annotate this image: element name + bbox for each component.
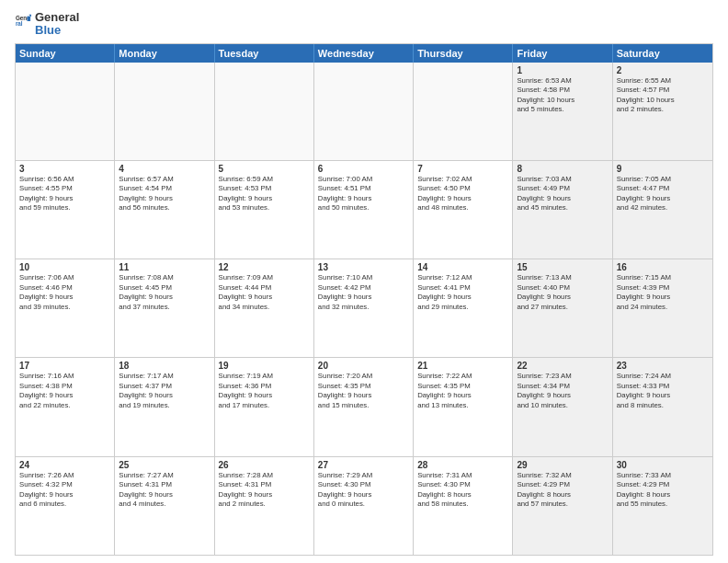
day-number: 4 (119, 164, 210, 174)
day-detail: Sunrise: 7:22 AM Sunset: 4:35 PM Dayligh… (417, 372, 508, 410)
calendar-cell-0-5: 1Sunrise: 6:53 AM Sunset: 4:58 PM Daylig… (513, 63, 612, 160)
logo-icon: Gene ral (15, 13, 31, 29)
day-number: 10 (19, 262, 110, 272)
calendar-row-2: 10Sunrise: 7:06 AM Sunset: 4:46 PM Dayli… (16, 259, 712, 358)
day-number: 11 (119, 262, 210, 272)
header-day-sunday: Sunday (16, 44, 115, 63)
day-detail: Sunrise: 7:32 AM Sunset: 4:29 PM Dayligh… (517, 471, 608, 510)
day-detail: Sunrise: 7:29 AM Sunset: 4:30 PM Dayligh… (318, 471, 409, 510)
calendar-row-0: 1Sunrise: 6:53 AM Sunset: 4:58 PM Daylig… (16, 63, 712, 161)
day-number: 9 (617, 164, 709, 174)
calendar-row-4: 24Sunrise: 7:26 AM Sunset: 4:32 PM Dayli… (16, 457, 712, 555)
header-day-tuesday: Tuesday (215, 44, 314, 63)
header-day-friday: Friday (513, 44, 612, 63)
day-number: 29 (517, 460, 608, 470)
day-detail: Sunrise: 7:27 AM Sunset: 4:31 PM Dayligh… (119, 471, 210, 510)
day-detail: Sunrise: 7:19 AM Sunset: 4:36 PM Dayligh… (219, 372, 310, 410)
calendar-cell-0-0 (16, 63, 115, 160)
calendar-row-3: 17Sunrise: 7:16 AM Sunset: 4:38 PM Dayli… (16, 358, 712, 456)
calendar-cell-3-4: 21Sunrise: 7:22 AM Sunset: 4:35 PM Dayli… (414, 358, 513, 455)
calendar-cell-3-0: 17Sunrise: 7:16 AM Sunset: 4:38 PM Dayli… (16, 358, 115, 455)
calendar-cell-0-6: 2Sunrise: 6:55 AM Sunset: 4:57 PM Daylig… (613, 63, 712, 160)
day-number: 27 (318, 460, 409, 470)
day-number: 2 (617, 65, 709, 75)
day-number: 8 (517, 164, 608, 174)
calendar-cell-1-0: 3Sunrise: 6:56 AM Sunset: 4:55 PM Daylig… (16, 161, 115, 259)
calendar-cell-4-4: 28Sunrise: 7:31 AM Sunset: 4:30 PM Dayli… (414, 457, 513, 555)
day-detail: Sunrise: 6:53 AM Sunset: 4:58 PM Dayligh… (517, 76, 608, 115)
day-number: 1 (517, 65, 608, 75)
day-number: 21 (417, 361, 508, 371)
day-detail: Sunrise: 7:24 AM Sunset: 4:33 PM Dayligh… (617, 372, 709, 410)
day-detail: Sunrise: 7:05 AM Sunset: 4:47 PM Dayligh… (617, 175, 709, 213)
day-number: 12 (219, 262, 310, 272)
day-detail: Sunrise: 7:02 AM Sunset: 4:50 PM Dayligh… (417, 175, 508, 213)
calendar-cell-1-4: 7Sunrise: 7:02 AM Sunset: 4:50 PM Daylig… (414, 161, 513, 259)
day-number: 3 (19, 164, 110, 174)
day-number: 23 (617, 361, 709, 371)
calendar-cell-1-5: 8Sunrise: 7:03 AM Sunset: 4:49 PM Daylig… (513, 161, 612, 259)
day-detail: Sunrise: 7:26 AM Sunset: 4:32 PM Dayligh… (19, 471, 110, 510)
day-detail: Sunrise: 7:13 AM Sunset: 4:40 PM Dayligh… (517, 273, 608, 312)
day-number: 25 (119, 460, 210, 470)
day-number: 13 (318, 262, 409, 272)
day-detail: Sunrise: 7:23 AM Sunset: 4:34 PM Dayligh… (517, 372, 608, 410)
calendar-body: 1Sunrise: 6:53 AM Sunset: 4:58 PM Daylig… (16, 63, 712, 555)
calendar-cell-0-3 (314, 63, 414, 160)
calendar-cell-3-5: 22Sunrise: 7:23 AM Sunset: 4:34 PM Dayli… (513, 358, 612, 455)
day-number: 18 (119, 361, 210, 371)
calendar-cell-1-2: 5Sunrise: 6:59 AM Sunset: 4:53 PM Daylig… (215, 161, 314, 259)
day-detail: Sunrise: 7:28 AM Sunset: 4:31 PM Dayligh… (219, 471, 310, 510)
calendar-cell-3-1: 18Sunrise: 7:17 AM Sunset: 4:37 PM Dayli… (115, 358, 214, 455)
day-detail: Sunrise: 7:12 AM Sunset: 4:41 PM Dayligh… (417, 273, 508, 312)
day-number: 14 (417, 262, 508, 272)
page-header: Gene ral General Blue (15, 11, 713, 38)
day-detail: Sunrise: 6:59 AM Sunset: 4:53 PM Dayligh… (219, 175, 310, 213)
calendar-cell-0-1 (115, 63, 214, 160)
day-number: 19 (219, 361, 310, 371)
day-number: 30 (617, 460, 709, 470)
calendar-cell-4-3: 27Sunrise: 7:29 AM Sunset: 4:30 PM Dayli… (314, 457, 414, 555)
calendar-cell-4-1: 25Sunrise: 7:27 AM Sunset: 4:31 PM Dayli… (115, 457, 214, 555)
calendar-cell-4-0: 24Sunrise: 7:26 AM Sunset: 4:32 PM Dayli… (16, 457, 115, 555)
calendar-cell-0-4 (414, 63, 513, 160)
day-number: 22 (517, 361, 608, 371)
day-number: 20 (318, 361, 409, 371)
day-detail: Sunrise: 6:57 AM Sunset: 4:54 PM Dayligh… (119, 175, 210, 213)
calendar-cell-4-6: 30Sunrise: 7:33 AM Sunset: 4:29 PM Dayli… (613, 457, 712, 555)
day-detail: Sunrise: 6:56 AM Sunset: 4:55 PM Dayligh… (19, 175, 110, 213)
calendar-cell-0-2 (215, 63, 314, 160)
calendar: SundayMondayTuesdayWednesdayThursdayFrid… (15, 43, 713, 556)
calendar-cell-3-2: 19Sunrise: 7:19 AM Sunset: 4:36 PM Dayli… (215, 358, 314, 455)
header-day-monday: Monday (115, 44, 214, 63)
day-number: 6 (318, 164, 409, 174)
calendar-cell-2-6: 16Sunrise: 7:15 AM Sunset: 4:39 PM Dayli… (613, 259, 712, 357)
day-number: 24 (19, 460, 110, 470)
day-detail: Sunrise: 6:55 AM Sunset: 4:57 PM Dayligh… (617, 76, 709, 115)
calendar-row-1: 3Sunrise: 6:56 AM Sunset: 4:55 PM Daylig… (16, 161, 712, 259)
calendar-cell-2-4: 14Sunrise: 7:12 AM Sunset: 4:41 PM Dayli… (414, 259, 513, 357)
calendar-cell-1-1: 4Sunrise: 6:57 AM Sunset: 4:54 PM Daylig… (115, 161, 214, 259)
calendar-cell-3-6: 23Sunrise: 7:24 AM Sunset: 4:33 PM Dayli… (613, 358, 712, 455)
calendar-cell-2-3: 13Sunrise: 7:10 AM Sunset: 4:42 PM Dayli… (314, 259, 414, 357)
day-detail: Sunrise: 7:16 AM Sunset: 4:38 PM Dayligh… (19, 372, 110, 410)
calendar-cell-1-3: 6Sunrise: 7:00 AM Sunset: 4:51 PM Daylig… (314, 161, 414, 259)
calendar-header: SundayMondayTuesdayWednesdayThursdayFrid… (16, 44, 712, 63)
calendar-cell-4-2: 26Sunrise: 7:28 AM Sunset: 4:31 PM Dayli… (215, 457, 314, 555)
day-number: 28 (417, 460, 508, 470)
day-number: 16 (617, 262, 709, 272)
day-number: 15 (517, 262, 608, 272)
day-detail: Sunrise: 7:06 AM Sunset: 4:46 PM Dayligh… (19, 273, 110, 312)
header-day-thursday: Thursday (414, 44, 513, 63)
calendar-cell-2-0: 10Sunrise: 7:06 AM Sunset: 4:46 PM Dayli… (16, 259, 115, 357)
day-detail: Sunrise: 7:17 AM Sunset: 4:37 PM Dayligh… (119, 372, 210, 410)
day-detail: Sunrise: 7:31 AM Sunset: 4:30 PM Dayligh… (417, 471, 508, 510)
day-detail: Sunrise: 7:15 AM Sunset: 4:39 PM Dayligh… (617, 273, 709, 312)
svg-text:ral: ral (16, 21, 23, 28)
day-number: 5 (219, 164, 310, 174)
svg-marker-3 (28, 17, 31, 21)
day-detail: Sunrise: 7:10 AM Sunset: 4:42 PM Dayligh… (318, 273, 409, 312)
day-detail: Sunrise: 7:33 AM Sunset: 4:29 PM Dayligh… (617, 471, 709, 510)
day-detail: Sunrise: 7:08 AM Sunset: 4:45 PM Dayligh… (119, 273, 210, 312)
calendar-cell-3-3: 20Sunrise: 7:20 AM Sunset: 4:35 PM Dayli… (314, 358, 414, 455)
